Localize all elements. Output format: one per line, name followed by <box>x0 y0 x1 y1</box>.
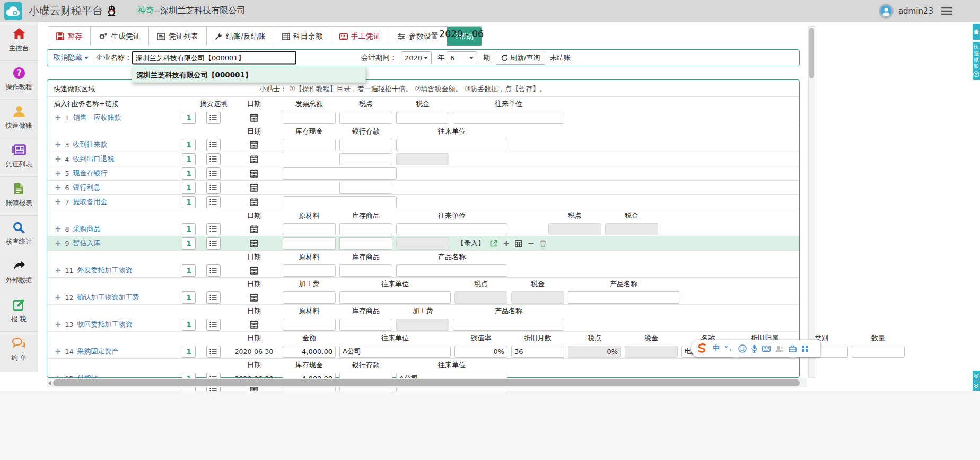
insert-row-icon[interactable]: + <box>55 266 62 275</box>
cell-input[interactable] <box>339 346 451 358</box>
sidebar-item-console[interactable]: 主控台 <box>0 22 38 61</box>
refresh-query-button[interactable]: 刷新/查询 <box>496 51 545 65</box>
calculator-icon[interactable] <box>515 240 522 247</box>
cell-input[interactable] <box>396 264 508 277</box>
insert-row-icon[interactable]: + <box>55 347 62 356</box>
cell-input[interactable] <box>339 153 392 165</box>
summary-list-icon[interactable] <box>206 223 221 235</box>
emoji-icon[interactable] <box>736 344 749 353</box>
cell-input[interactable] <box>283 291 336 304</box>
username[interactable]: admin23 <box>898 6 933 16</box>
business-link[interactable]: 提取备用金 <box>73 197 108 207</box>
cell-input[interactable] <box>283 319 336 331</box>
insert-row-icon[interactable]: + <box>55 293 62 302</box>
scroll-left-icon[interactable] <box>48 381 51 386</box>
delete-icon[interactable] <box>540 240 546 247</box>
cell-input[interactable] <box>339 223 392 235</box>
summary-list-icon[interactable] <box>206 196 221 208</box>
business-link[interactable]: 采购固定资产 <box>77 347 118 356</box>
scroll-down-icon[interactable] <box>973 371 980 381</box>
cell-input[interactable] <box>454 346 508 358</box>
insert-row-icon[interactable]: + <box>55 113 62 122</box>
cell-input[interactable] <box>339 319 392 331</box>
cell-input[interactable] <box>283 139 336 151</box>
generate-voucher-button[interactable]: 生成凭证 <box>91 27 149 46</box>
sidebar-item-ledger-reports[interactable]: 账簿报表 <box>0 177 38 216</box>
cell-input[interactable] <box>283 237 336 250</box>
summary-list-icon[interactable] <box>206 182 221 194</box>
sidebar-item-orders[interactable]: 约 单 <box>0 332 38 370</box>
account-balance-button[interactable]: 科目余额 <box>274 27 331 46</box>
cell-input[interactable] <box>511 346 564 358</box>
entry-count-box[interactable]: 1 <box>182 319 196 331</box>
business-link[interactable]: 银行利息 <box>73 183 101 192</box>
app-logo-icon[interactable] <box>4 2 22 20</box>
sidebar-item-tutorial[interactable]: ? 操作教程 <box>0 61 38 100</box>
entry-count-box[interactable]: 1 <box>182 112 196 124</box>
cell-input[interactable] <box>568 291 679 304</box>
horizontal-scrollbar[interactable] <box>47 378 807 387</box>
month-select[interactable]: 6 <box>447 51 477 64</box>
cell-input[interactable] <box>339 291 451 304</box>
summary-list-icon[interactable] <box>206 264 221 277</box>
closing-button[interactable]: 结账/反结账 <box>207 27 274 46</box>
cell-input[interactable] <box>283 167 397 180</box>
summary-list-icon[interactable] <box>206 319 221 331</box>
cell-input[interactable] <box>283 346 336 358</box>
cell-input[interactable] <box>283 112 336 124</box>
summary-list-icon[interactable] <box>206 237 221 250</box>
cell-input[interactable] <box>283 196 397 208</box>
vertical-scrollbar[interactable] <box>808 26 815 378</box>
insert-row-icon[interactable]: + <box>55 320 62 329</box>
summary-list-icon[interactable] <box>206 153 221 165</box>
business-link[interactable]: 收回委托加工物资 <box>77 320 132 329</box>
summary-list-icon[interactable] <box>206 167 221 180</box>
cell-input[interactable] <box>453 319 564 331</box>
summary-list-icon[interactable] <box>206 139 221 151</box>
mic-icon[interactable] <box>749 344 759 353</box>
insert-row-icon[interactable]: + <box>55 224 62 234</box>
year-select[interactable]: 2020 <box>401 51 432 64</box>
sidebar-item-voucher-list[interactable]: 凭证列表 <box>0 138 38 177</box>
business-link[interactable]: 销售—应收账款 <box>73 113 121 122</box>
sidebar-item-external-data[interactable]: 外部数据 <box>0 254 38 293</box>
cell-input[interactable] <box>339 182 392 194</box>
horizontal-scrollbar-thumb[interactable] <box>53 379 800 386</box>
voucher-list-button[interactable]: 凭证列表 <box>149 27 207 46</box>
quick-accounting-tab[interactable]: 快速做账 <box>973 42 980 80</box>
cell-input[interactable] <box>396 112 449 124</box>
business-link[interactable]: 暂估入库 <box>73 238 101 248</box>
cell-input[interactable] <box>396 139 508 151</box>
cell-input[interactable] <box>396 223 508 235</box>
calendar-icon[interactable] <box>250 198 258 206</box>
summary-list-icon[interactable] <box>206 346 221 358</box>
entry-count-box[interactable]: 1 <box>182 182 196 194</box>
collapse-link[interactable]: 取消隐藏 <box>54 53 89 63</box>
sidebar-item-quick-accounting[interactable]: 快速做账 <box>0 100 38 138</box>
entry-count-box[interactable]: 1 <box>182 291 196 304</box>
summary-list-icon[interactable] <box>206 291 221 304</box>
grid-icon[interactable] <box>799 345 811 352</box>
chinese-mode-icon[interactable]: 中 <box>710 344 722 353</box>
cell-input[interactable] <box>339 264 392 277</box>
calendar-icon[interactable] <box>250 113 258 122</box>
save-draft-button[interactable]: 暂存 <box>48 27 91 46</box>
insert-row-icon[interactable]: + <box>55 154 62 164</box>
vertical-scrollbar-thumb[interactable] <box>809 28 814 78</box>
cell-input[interactable] <box>339 139 392 151</box>
hamburger-menu-icon[interactable] <box>941 7 952 15</box>
cell-input[interactable] <box>339 237 392 250</box>
toolbox-icon[interactable] <box>786 345 799 352</box>
keyboard-icon[interactable] <box>759 346 773 352</box>
cell-input[interactable] <box>852 346 905 358</box>
sidebar-item-tax-filing[interactable]: 报 税 <box>0 293 38 332</box>
entry-count-box[interactable]: 1 <box>182 264 196 277</box>
cell-input[interactable] <box>283 223 336 235</box>
cell-input[interactable] <box>453 112 564 124</box>
calendar-icon[interactable] <box>250 155 258 163</box>
add-icon[interactable]: + <box>503 240 510 247</box>
punctuation-mode-icon[interactable]: °， <box>722 344 736 353</box>
business-link[interactable]: 采购商品 <box>73 224 101 234</box>
calendar-icon[interactable] <box>250 239 258 247</box>
sogou-logo-icon[interactable] <box>693 342 710 355</box>
